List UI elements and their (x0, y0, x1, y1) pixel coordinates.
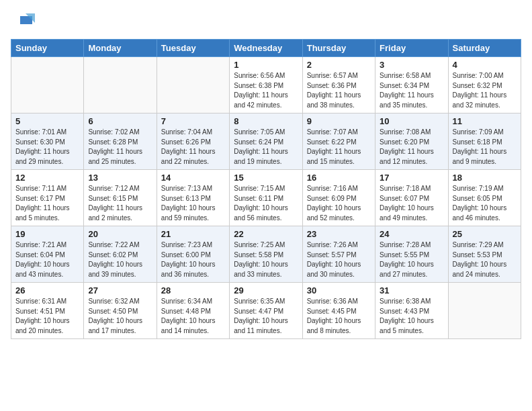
calendar-cell: 30Sunrise: 6:36 AM Sunset: 4:45 PM Dayli… (302, 283, 375, 339)
day-info: Sunrise: 6:36 AM Sunset: 4:45 PM Dayligh… (307, 297, 371, 336)
day-info: Sunrise: 6:58 AM Sunset: 6:34 PM Dayligh… (380, 71, 443, 110)
calendar-cell: 9Sunrise: 7:07 AM Sunset: 6:22 PM Daylig… (302, 113, 375, 170)
day-info: Sunrise: 7:26 AM Sunset: 5:57 PM Dayligh… (307, 240, 371, 279)
day-number: 9 (307, 116, 371, 126)
calendar-cell (84, 57, 157, 113)
day-info: Sunrise: 7:08 AM Sunset: 6:20 PM Dayligh… (380, 128, 443, 167)
day-info: Sunrise: 7:19 AM Sunset: 6:05 PM Dayligh… (453, 184, 517, 223)
day-info: Sunrise: 7:22 AM Sunset: 6:02 PM Dayligh… (88, 240, 152, 279)
day-number: 1 (234, 60, 298, 70)
logo (11, 11, 35, 32)
day-info: Sunrise: 7:00 AM Sunset: 6:32 PM Dayligh… (453, 71, 517, 110)
weekday-header-wednesday: Wednesday (230, 40, 302, 57)
calendar-cell: 5Sunrise: 7:01 AM Sunset: 6:30 PM Daylig… (11, 113, 84, 170)
day-info: Sunrise: 7:04 AM Sunset: 6:26 PM Dayligh… (161, 128, 225, 167)
calendar-cell: 31Sunrise: 6:38 AM Sunset: 4:43 PM Dayli… (375, 283, 448, 339)
day-number: 28 (161, 285, 225, 295)
day-number: 12 (15, 173, 79, 183)
day-info: Sunrise: 6:38 AM Sunset: 4:43 PM Dayligh… (380, 297, 443, 336)
day-number: 15 (234, 173, 298, 183)
calendar-cell: 18Sunrise: 7:19 AM Sunset: 6:05 PM Dayli… (448, 170, 521, 226)
day-number: 16 (307, 173, 371, 183)
day-number: 21 (161, 229, 225, 239)
calendar-week-4: 19Sunrise: 7:21 AM Sunset: 6:04 PM Dayli… (11, 226, 521, 283)
day-info: Sunrise: 7:25 AM Sunset: 5:58 PM Dayligh… (234, 240, 298, 279)
weekday-header-thursday: Thursday (302, 40, 375, 57)
day-info: Sunrise: 7:18 AM Sunset: 6:07 PM Dayligh… (380, 184, 443, 223)
day-number: 26 (15, 285, 79, 295)
calendar-cell (157, 57, 229, 113)
calendar-cell: 2Sunrise: 6:57 AM Sunset: 6:36 PM Daylig… (302, 57, 375, 113)
calendar-cell: 19Sunrise: 7:21 AM Sunset: 6:04 PM Dayli… (11, 226, 84, 283)
page-header (11, 11, 521, 32)
day-number: 7 (161, 116, 225, 126)
day-number: 22 (234, 229, 298, 239)
calendar-cell: 14Sunrise: 7:13 AM Sunset: 6:13 PM Dayli… (157, 170, 229, 226)
day-number: 5 (15, 116, 79, 126)
calendar-cell (448, 283, 521, 339)
calendar-cell: 26Sunrise: 6:31 AM Sunset: 4:51 PM Dayli… (11, 283, 84, 339)
day-number: 27 (88, 285, 152, 295)
day-info: Sunrise: 7:05 AM Sunset: 6:24 PM Dayligh… (234, 128, 298, 167)
calendar-cell: 29Sunrise: 6:35 AM Sunset: 4:47 PM Dayli… (230, 283, 302, 339)
day-number: 17 (380, 173, 443, 183)
calendar-cell: 28Sunrise: 6:34 AM Sunset: 4:48 PM Dayli… (157, 283, 229, 339)
day-number: 2 (307, 60, 371, 70)
calendar-cell: 27Sunrise: 6:32 AM Sunset: 4:50 PM Dayli… (84, 283, 157, 339)
calendar-cell: 23Sunrise: 7:26 AM Sunset: 5:57 PM Dayli… (302, 226, 375, 283)
weekday-header-friday: Friday (375, 40, 448, 57)
day-info: Sunrise: 7:23 AM Sunset: 6:00 PM Dayligh… (161, 240, 225, 279)
day-number: 24 (380, 229, 443, 239)
day-info: Sunrise: 7:11 AM Sunset: 6:17 PM Dayligh… (15, 184, 79, 223)
day-number: 8 (234, 116, 298, 126)
day-number: 4 (453, 60, 517, 70)
day-info: Sunrise: 7:13 AM Sunset: 6:13 PM Dayligh… (161, 184, 225, 223)
logo-icon (13, 11, 35, 32)
calendar-cell: 21Sunrise: 7:23 AM Sunset: 6:00 PM Dayli… (157, 226, 229, 283)
calendar-cell: 13Sunrise: 7:12 AM Sunset: 6:15 PM Dayli… (84, 170, 157, 226)
day-info: Sunrise: 6:34 AM Sunset: 4:48 PM Dayligh… (161, 297, 225, 336)
weekday-header-tuesday: Tuesday (157, 40, 229, 57)
day-info: Sunrise: 6:31 AM Sunset: 4:51 PM Dayligh… (15, 297, 79, 336)
day-info: Sunrise: 7:09 AM Sunset: 6:18 PM Dayligh… (453, 128, 517, 167)
day-info: Sunrise: 6:35 AM Sunset: 4:47 PM Dayligh… (234, 297, 298, 336)
calendar-week-3: 12Sunrise: 7:11 AM Sunset: 6:17 PM Dayli… (11, 170, 521, 226)
calendar-cell (11, 57, 84, 113)
day-info: Sunrise: 6:32 AM Sunset: 4:50 PM Dayligh… (88, 297, 152, 336)
day-info: Sunrise: 7:07 AM Sunset: 6:22 PM Dayligh… (307, 128, 371, 167)
day-number: 3 (380, 60, 443, 70)
calendar-cell: 11Sunrise: 7:09 AM Sunset: 6:18 PM Dayli… (448, 113, 521, 170)
calendar-cell: 15Sunrise: 7:15 AM Sunset: 6:11 PM Dayli… (230, 170, 302, 226)
day-number: 29 (234, 285, 298, 295)
day-info: Sunrise: 6:57 AM Sunset: 6:36 PM Dayligh… (307, 71, 371, 110)
calendar-cell: 16Sunrise: 7:16 AM Sunset: 6:09 PM Dayli… (302, 170, 375, 226)
calendar-cell: 6Sunrise: 7:02 AM Sunset: 6:28 PM Daylig… (84, 113, 157, 170)
day-info: Sunrise: 7:28 AM Sunset: 5:55 PM Dayligh… (380, 240, 443, 279)
day-number: 11 (453, 116, 517, 126)
day-info: Sunrise: 7:29 AM Sunset: 5:53 PM Dayligh… (453, 240, 517, 279)
calendar-cell: 25Sunrise: 7:29 AM Sunset: 5:53 PM Dayli… (448, 226, 521, 283)
day-number: 10 (380, 116, 443, 126)
day-number: 14 (161, 173, 225, 183)
day-number: 20 (88, 229, 152, 239)
day-number: 19 (15, 229, 79, 239)
day-number: 18 (453, 173, 517, 183)
weekday-header-row: SundayMondayTuesdayWednesdayThursdayFrid… (11, 40, 521, 57)
calendar-cell: 22Sunrise: 7:25 AM Sunset: 5:58 PM Dayli… (230, 226, 302, 283)
day-info: Sunrise: 7:01 AM Sunset: 6:30 PM Dayligh… (15, 128, 79, 167)
calendar-cell: 8Sunrise: 7:05 AM Sunset: 6:24 PM Daylig… (230, 113, 302, 170)
day-number: 25 (453, 229, 517, 239)
day-number: 31 (380, 285, 443, 295)
day-number: 30 (307, 285, 371, 295)
day-info: Sunrise: 7:02 AM Sunset: 6:28 PM Dayligh… (88, 128, 152, 167)
day-number: 13 (88, 173, 152, 183)
calendar-cell: 3Sunrise: 6:58 AM Sunset: 6:34 PM Daylig… (375, 57, 448, 113)
calendar-cell: 7Sunrise: 7:04 AM Sunset: 6:26 PM Daylig… (157, 113, 229, 170)
day-info: Sunrise: 7:21 AM Sunset: 6:04 PM Dayligh… (15, 240, 79, 279)
day-info: Sunrise: 7:12 AM Sunset: 6:15 PM Dayligh… (88, 184, 152, 223)
weekday-header-sunday: Sunday (11, 40, 84, 57)
calendar-week-5: 26Sunrise: 6:31 AM Sunset: 4:51 PM Dayli… (11, 283, 521, 339)
day-number: 23 (307, 229, 371, 239)
calendar-week-2: 5Sunrise: 7:01 AM Sunset: 6:30 PM Daylig… (11, 113, 521, 170)
calendar-table: SundayMondayTuesdayWednesdayThursdayFrid… (11, 39, 521, 339)
